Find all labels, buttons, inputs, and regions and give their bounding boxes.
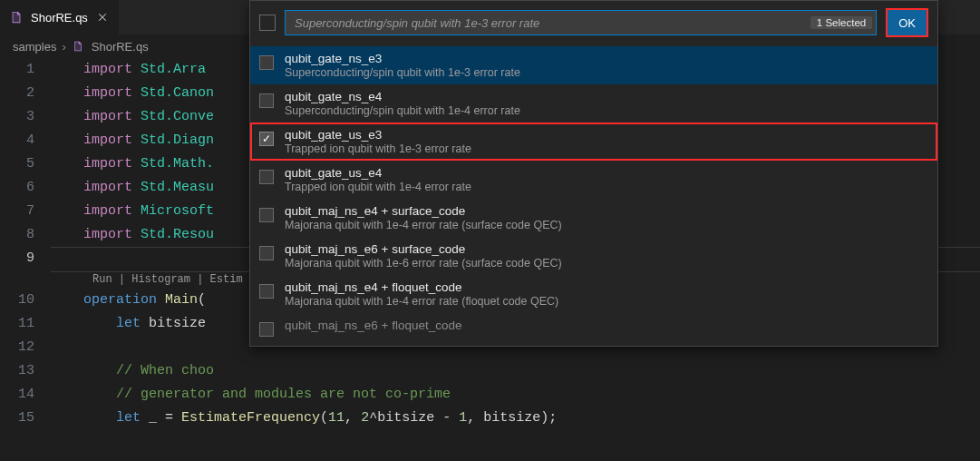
line-number: 5: [0, 152, 34, 176]
quick-pick-item-desc: Majorana qubit with 1e-6 error rate (sur…: [285, 257, 562, 270]
quick-pick-item[interactable]: qubit_maj_ns_e6 + floquet_code: [250, 313, 937, 342]
line-number: 10: [0, 289, 34, 312]
quick-pick-input[interactable]: [293, 15, 810, 31]
quick-pick-item-label: qubit_maj_ns_e4 + surface_code: [285, 204, 562, 218]
line-number: 13: [0, 359, 34, 383]
quick-pick: 1 Selected OK qubit_gate_ns_e3Supercondu…: [249, 0, 938, 347]
quick-pick-item-label: qubit_maj_ns_e6 + surface_code: [285, 242, 562, 256]
qsharp-file-icon: [9, 10, 24, 25]
quick-pick-item-desc: Superconducting/spin qubit with 1e-3 err…: [285, 66, 520, 79]
editor-tab[interactable]: ShorRE.qs: [0, 0, 120, 34]
quick-pick-item-desc: Majorana qubit with 1e-4 error rate (sur…: [285, 219, 562, 231]
quick-pick-input-wrap: 1 Selected: [285, 10, 877, 35]
quick-pick-item-desc: Trapped ion qubit with 1e-3 error rate: [285, 142, 471, 155]
quick-pick-list: qubit_gate_ns_e3Superconducting/spin qub…: [250, 46, 937, 346]
quick-pick-item-desc: Trapped ion qubit with 1e-4 error rate: [285, 181, 471, 193]
quick-pick-item-label: qubit_gate_us_e3: [285, 128, 471, 142]
checkbox[interactable]: [259, 284, 274, 299]
checkbox[interactable]: [259, 322, 274, 337]
quick-pick-item[interactable]: qubit_maj_ns_e4 + surface_codeMajorana q…: [250, 199, 937, 237]
select-all-checkbox[interactable]: [259, 15, 276, 31]
quick-pick-item[interactable]: qubit_maj_ns_e6 + surface_codeMajorana q…: [250, 237, 937, 275]
quick-pick-item-desc: Superconducting/spin qubit with 1e-4 err…: [285, 104, 520, 117]
line-number: 1: [0, 58, 34, 82]
quick-pick-item-desc: Majorana qubit with 1e-4 error rate (flo…: [285, 295, 558, 308]
code-line[interactable]: // When choo: [51, 359, 980, 383]
checkbox[interactable]: [259, 170, 274, 184]
line-number: 3: [0, 105, 34, 129]
code-line[interactable]: // generator and modules are not co-prim…: [51, 383, 980, 407]
checkbox[interactable]: [259, 55, 274, 70]
quick-pick-item[interactable]: qubit_gate_ns_e3Superconducting/spin qub…: [250, 46, 937, 84]
line-number: 2: [0, 82, 34, 105]
line-number: 14: [0, 383, 34, 407]
quick-pick-item-label: qubit_gate_us_e4: [285, 166, 471, 180]
breadcrumb-folder[interactable]: samples: [13, 40, 56, 54]
qsharp-file-icon: [72, 40, 84, 53]
quick-pick-item[interactable]: qubit_gate_us_e4Trapped ion qubit with 1…: [250, 161, 937, 199]
line-number: 11: [0, 312, 34, 336]
breadcrumb-file[interactable]: ShorRE.qs: [92, 40, 149, 54]
quick-pick-item[interactable]: qubit_maj_ns_e4 + floquet_codeMajorana q…: [250, 275, 937, 313]
line-number: 9: [0, 247, 34, 270]
checkbox[interactable]: ✓: [259, 132, 274, 146]
quick-pick-header: 1 Selected OK: [250, 1, 937, 46]
tab-filename: ShorRE.qs: [31, 11, 88, 25]
line-number: 12: [0, 336, 34, 359]
quick-pick-item-label: qubit_gate_ns_e4: [285, 90, 520, 103]
quick-pick-item[interactable]: qubit_gate_ns_e4Superconducting/spin qub…: [250, 84, 937, 123]
quick-pick-item-label: qubit_maj_ns_e6 + floquet_code: [285, 319, 462, 332]
checkbox[interactable]: [259, 208, 274, 222]
line-number: 6: [0, 176, 34, 200]
chevron-right-icon: ›: [62, 40, 65, 54]
line-number: 7: [0, 200, 34, 223]
quick-pick-item-label: qubit_gate_ns_e3: [285, 52, 520, 65]
close-icon[interactable]: [95, 10, 110, 25]
checkbox[interactable]: [259, 93, 274, 108]
quick-pick-item-label: qubit_maj_ns_e4 + floquet_code: [285, 280, 558, 294]
quick-pick-item[interactable]: ✓qubit_gate_us_e3Trapped ion qubit with …: [250, 123, 937, 161]
checkbox[interactable]: [259, 246, 274, 260]
line-number-gutter: 123456789101112131415: [0, 58, 51, 461]
ok-highlight-box: OK: [886, 8, 928, 37]
ok-button[interactable]: OK: [888, 10, 927, 35]
line-number: 4: [0, 129, 34, 152]
line-number: 8: [0, 223, 34, 247]
selection-count-badge: 1 Selected: [810, 16, 872, 29]
code-line[interactable]: let _ = EstimateFrequency(11, 2^bitsize …: [51, 407, 980, 430]
line-number: 15: [0, 407, 34, 430]
